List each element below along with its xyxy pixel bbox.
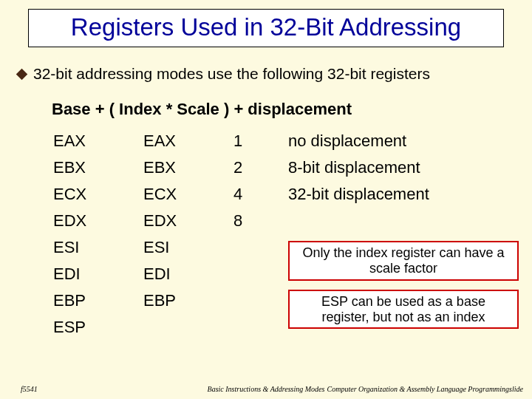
scale-cell: 8 xyxy=(233,208,287,233)
index-cell: ECX xyxy=(143,182,232,207)
footer: f5541 Basic Instructions & Addressing Mo… xyxy=(0,380,532,393)
bullet-icon xyxy=(16,69,28,81)
index-cell: EBX xyxy=(143,155,232,180)
table-row: ESI ESI Only the index register can have… xyxy=(53,235,519,260)
title-box: Registers Used in 32-Bit Addressing xyxy=(28,9,504,47)
disp-cell: 8-bit displacement xyxy=(288,155,519,180)
note-index-scale: Only the index register can have a scale… xyxy=(288,241,519,280)
base-cell: EDX xyxy=(53,208,142,233)
base-cell: EBX xyxy=(53,155,142,180)
table-row: EBX EBX 2 8-bit displacement xyxy=(53,155,519,180)
note-esp: ESP can be used as a base register, but … xyxy=(288,290,519,329)
base-cell: ESP xyxy=(53,315,142,340)
index-cell: EDI xyxy=(143,262,232,287)
disp-cell: 32-bit displacement xyxy=(288,182,519,207)
base-cell: EAX xyxy=(53,129,142,154)
index-cell: EDX xyxy=(143,208,232,233)
index-cell: EBP xyxy=(143,288,232,313)
table-row: ECX ECX 4 32-bit displacement xyxy=(53,182,519,207)
scale-cell: 4 xyxy=(233,182,287,207)
table-row: EAX EAX 1 no displacement xyxy=(53,129,519,154)
footer-right: Computer Organization & Assembly Languag… xyxy=(327,385,523,393)
base-cell: ECX xyxy=(53,182,142,207)
table-row: EDX EDX 8 xyxy=(53,208,519,233)
base-cell: EDI xyxy=(53,262,142,287)
base-cell: ESI xyxy=(53,235,142,260)
scale-cell: 2 xyxy=(233,155,287,180)
bullet-text: 32-bit addressing modes use the followin… xyxy=(33,65,430,82)
base-cell: EBP xyxy=(53,288,142,313)
register-table: EAX EAX 1 no displacement EBX EBX 2 8-bi… xyxy=(52,127,520,341)
slide: Registers Used in 32-Bit Addressing 32-b… xyxy=(0,0,532,399)
scale-cell: 1 xyxy=(233,129,287,154)
bullet-line: 32-bit addressing modes use the followin… xyxy=(18,65,517,83)
index-cell: EAX xyxy=(143,129,232,154)
addressing-formula: Base + ( Index * Scale ) + displacement xyxy=(52,100,352,119)
index-cell: ESI xyxy=(143,235,232,260)
table-row: EBP EBP ESP can be used as a base regist… xyxy=(53,288,519,313)
slide-title: Registers Used in 32-Bit Addressing xyxy=(71,13,461,41)
disp-cell: no displacement xyxy=(288,129,519,154)
